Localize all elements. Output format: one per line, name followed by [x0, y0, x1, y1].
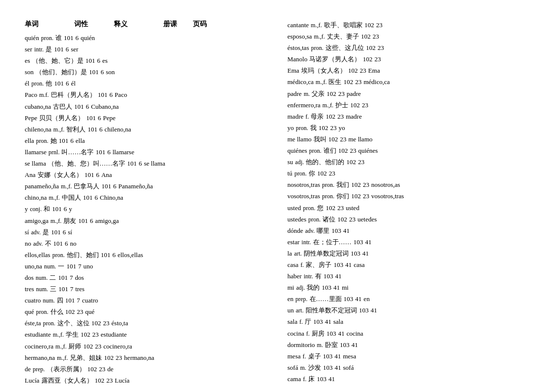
entry-book: 101 [88, 124, 97, 135]
entry-book: 101 [54, 44, 64, 55]
entry-book: 101 [86, 113, 96, 124]
entry-extra: y [69, 204, 72, 215]
entry-meaning: （表示所属） [47, 364, 86, 375]
entry-extra: vosotros,tras [371, 191, 404, 202]
entry-book: 102 [337, 214, 347, 225]
entry-word: haber [287, 271, 302, 282]
entry-book: 101 [98, 89, 108, 100]
entry-pos: pron. [43, 318, 55, 328]
entry-lesson: 23 [99, 364, 105, 375]
entry-meaning: 叫……名字 [61, 147, 93, 158]
entry-word: padre [287, 88, 302, 99]
entry-pos: adv. [33, 239, 43, 249]
entry-word: sala [287, 316, 297, 327]
list-item: tresnum.三1017tres [25, 284, 268, 295]
entry-lesson: 6 [98, 113, 101, 124]
list-item: madref.母亲10223madre [287, 111, 530, 122]
entry-word: son [25, 67, 34, 78]
list-item: Manolo马诺罗（男人名）10223 [287, 54, 530, 65]
entry-lesson: 7 [70, 272, 73, 283]
entry-lesson: 6 [113, 181, 117, 192]
entry-book: 102 [317, 168, 327, 179]
entry-extra: tres [75, 284, 85, 295]
entry-meaning: 歌手、歌唱家 [324, 20, 363, 31]
entry-word: panameño,ña [25, 181, 59, 192]
entry-lesson: 23 [374, 54, 381, 65]
entry-extra: ser [71, 44, 78, 55]
entry-pos: adv. [305, 226, 315, 236]
entry-extra: padre [347, 88, 361, 99]
entry-extra: uno [83, 261, 93, 272]
entry-meaning: 床 [308, 374, 315, 385]
entry-extra: se llama [144, 158, 165, 169]
entry-pos: f. [303, 351, 306, 361]
entry-word: ser [25, 44, 32, 55]
list-item: vosotros,traspron.你们10223vosotros,tras [287, 191, 530, 202]
entry-pos: m.,f. [48, 193, 59, 203]
entry-pos: pron. [322, 180, 334, 190]
entry-extra: sala [333, 316, 343, 327]
list-item: uno,nanum.一1017uno [25, 261, 268, 272]
entry-meaning: 丈夫、妻子 [327, 31, 359, 42]
list-item: médico,cam.,f.医生10223médico,ca [287, 77, 530, 87]
entry-meaning: 这个、这位 [57, 318, 90, 329]
entry-pos: m.,f. [311, 20, 322, 30]
entry-book: 101 [66, 261, 76, 272]
entry-extra: no [70, 238, 77, 249]
entry-book: 102 [95, 375, 105, 386]
entry-lesson: 23 [337, 203, 344, 214]
entry-pos: m.,f. [323, 100, 333, 110]
entry-lesson: 6 [65, 238, 68, 249]
entry-book: 102 [346, 157, 356, 168]
entry-word: casa [287, 260, 298, 270]
entry-pos: prep. [33, 364, 45, 374]
entry-meaning: 阴性单数定冠词 [304, 248, 349, 259]
entry-meaning: 她 [50, 135, 57, 146]
entry-word: su [287, 157, 293, 168]
entry-book: 103 [326, 328, 336, 339]
entry-meaning: 诸位 [323, 214, 335, 225]
entry-pos: m.,f. [55, 342, 66, 351]
entry-lesson: 6 [96, 170, 99, 180]
entry-word: cama [287, 374, 301, 385]
entry-meaning: 中国人 [62, 192, 81, 203]
entry-word: es [25, 55, 30, 66]
entry-book: 102 [366, 43, 376, 53]
entry-book: 102 [328, 134, 338, 145]
entry-word: dónde [287, 225, 303, 236]
entry-lesson: 41 [335, 362, 341, 373]
entry-extra: casa [354, 260, 365, 270]
entry-pos: pron. [52, 250, 65, 260]
entry-pos: num. [43, 296, 54, 305]
entry-extra: hermano,na [124, 352, 154, 363]
entry-word: un [287, 305, 294, 316]
entry-lesson: 23 [360, 65, 366, 76]
list-item: cocinaf.厨房10341cocina [287, 328, 530, 339]
entry-book: 101 [78, 216, 88, 226]
entry-pos: m.,f. [316, 77, 326, 87]
entry-lesson: 6 [66, 44, 69, 55]
entry-word: se llama [25, 158, 46, 169]
entry-meaning: 露西亚（女人名） [42, 375, 93, 386]
header-pos: 词性 [74, 20, 104, 29]
entry-meaning: 护士 [335, 100, 348, 111]
list-item: amigo,gam.,f.朋友1016amigo,ga [25, 216, 268, 226]
entry-meaning: 二 [49, 272, 56, 283]
entry-pos: m. [304, 89, 310, 99]
entry-pos: f. [300, 260, 304, 270]
entry-word: Paco [25, 89, 37, 100]
entry-book: 101 [95, 147, 105, 158]
entry-meaning: 厅 [305, 316, 311, 327]
entry-book: 101 [127, 158, 137, 169]
entry-book: 103 [359, 305, 369, 316]
list-item: cantantem.,f.歌手、歌唱家10223 [287, 20, 530, 31]
entry-meaning: 谁们 [324, 145, 336, 156]
entry-pos: m.,f. [57, 353, 68, 363]
entry-book: 101 [83, 192, 93, 203]
entry-book: 103 [313, 316, 323, 327]
entry-word: quién [25, 33, 39, 44]
entry-pos: pron. [322, 191, 334, 201]
entry-lesson: 41 [338, 328, 344, 339]
header-page: 页码 [193, 20, 213, 29]
left-entries-container: quiénpron.谁1016quiénserintr.是1016seres（他… [25, 33, 268, 386]
